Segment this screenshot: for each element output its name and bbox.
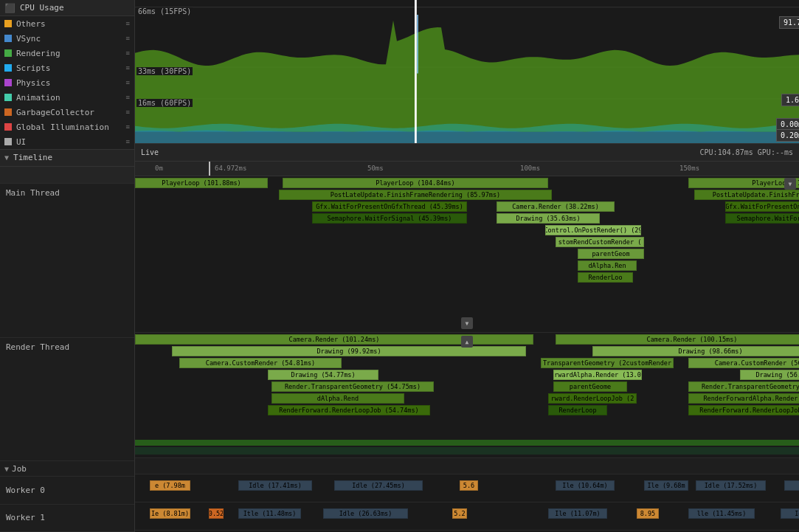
timing-block[interactable]: 8.95 xyxy=(637,508,659,519)
timing-block[interactable]: PlayerLoop (105.27ms) xyxy=(688,178,799,188)
legend-item-scripts: Scripts ≡ xyxy=(0,61,134,75)
timing-block[interactable]: Gfx.WaitForPresentOnGfxThread (44.94ms) xyxy=(725,201,799,212)
timing-block[interactable]: rward.RenderLoopJob (2 xyxy=(548,393,637,404)
legend-label-text: GarbageCollector xyxy=(16,108,94,117)
legend-menu-icon[interactable]: ≡ xyxy=(126,94,130,101)
timing-block[interactable]: Camera.Render (100.15ms) xyxy=(556,334,799,345)
timeline-label: Timeline xyxy=(13,153,52,162)
cursor-line xyxy=(415,0,417,143)
legend-color-garbagecollector xyxy=(4,108,12,116)
timing-block[interactable]: parentGeome xyxy=(553,381,627,392)
render-scroll-up[interactable]: ▲ xyxy=(461,336,473,348)
sidebar-header: ⬛ CPU Usage xyxy=(0,0,134,16)
timing-block[interactable]: 0.52 xyxy=(209,508,224,519)
cpu-chart-svg xyxy=(135,0,799,143)
section-live xyxy=(0,167,134,184)
timing-block[interactable]: Drawing (98.66ms) xyxy=(592,346,799,356)
timing-block[interactable]: parentGeom xyxy=(578,249,644,259)
timing-block[interactable]: stomRendCustomRender ( xyxy=(556,237,644,247)
timing-block[interactable]: RenderForward.RenderLoopJob (54.74ms) xyxy=(268,405,430,415)
timing-block[interactable]: PostLateUpdate.FinishFrameRendering (86.… xyxy=(694,190,799,200)
timing-block[interactable]: Idle (17.41ms) xyxy=(238,480,312,491)
legend-menu-icon[interactable]: ≡ xyxy=(126,64,130,72)
timing-block[interactable]: PostLateUpdate.FinishFrameRendering (85.… xyxy=(279,190,552,200)
timing-block[interactable]: Itle (11.48ms) xyxy=(238,508,301,519)
timing-block[interactable]: Ile (10.64m) xyxy=(556,480,615,491)
timing-block[interactable]: Idle (26.67ms) xyxy=(784,480,799,491)
timing-block[interactable]: aControl.OnPostRender() (29. xyxy=(545,225,641,235)
timing-block[interactable]: Drawing (56.24ms) xyxy=(740,370,799,380)
timing-block[interactable]: Idle (27.45ms) xyxy=(334,480,423,491)
timing-block[interactable]: Camera.Render (101.24ms) xyxy=(135,334,533,345)
timing-block[interactable]: Drawing (35.63ms) xyxy=(497,213,600,224)
legend-label-text: Physics xyxy=(16,78,50,88)
timing-block[interactable]: Idle (17.52ms) xyxy=(696,480,766,491)
timing-block[interactable]: Semaphore.WaitForSignal (44.94ms) xyxy=(725,213,799,224)
job-scroll[interactable]: ▼ xyxy=(784,178,796,190)
legend-label-text: VSync xyxy=(16,34,41,44)
timing-block[interactable]: Render.TransparentGeometry (54.75ms) xyxy=(271,381,434,392)
render-thread-track: Camera.Render (101.24ms)Camera.Render (1… xyxy=(135,333,799,458)
timing-block[interactable]: Ile (9.68m xyxy=(644,480,688,491)
legend-menu-icon[interactable]: ≡ xyxy=(126,138,130,145)
timing-block[interactable]: Semaphore.WaitForSignal (45.39ms) xyxy=(312,213,467,224)
timing-block[interactable]: RenderLoop xyxy=(548,405,607,415)
worker1-track: Ie (8.81m)0.52Itle (11.48ms)Idle (26.63m… xyxy=(135,502,799,531)
timing-block[interactable]: Camera.Render (38.22ms) xyxy=(497,201,615,212)
timing-block[interactable]: Ie (8.81m) xyxy=(150,508,190,519)
timing-block[interactable]: Render.TransparentGeometry (56.22ms) xyxy=(688,381,799,392)
timing-block[interactable]: Idle (26.63ms) xyxy=(323,508,408,519)
legend-color-vsync xyxy=(4,35,12,42)
timing-block[interactable]: e (7.98m xyxy=(150,480,190,491)
live-label: Live xyxy=(141,148,159,156)
worker1-label: Worker 1 xyxy=(6,513,45,522)
timing-block[interactable]: lle (11.45ms) xyxy=(688,508,755,519)
timing-block[interactable]: Gfx.WaitForPresentOnGfxThread (45.39ms) xyxy=(312,201,467,212)
cpu-icon: ⬛ xyxy=(4,3,15,13)
legend-menu-icon[interactable]: ≡ xyxy=(126,108,130,116)
legend-menu-icon[interactable]: ≡ xyxy=(126,79,130,86)
worker0-label-row: Worker 0 xyxy=(0,477,134,504)
timeline-dropdown-icon[interactable]: ▼ xyxy=(4,153,9,162)
legend-item-physics: Physics ≡ xyxy=(0,75,134,90)
time-tick: 150ms xyxy=(679,165,699,172)
legend-color-physics xyxy=(4,79,12,86)
legend-menu-icon[interactable]: ≡ xyxy=(126,49,130,57)
render-bottom-bar xyxy=(135,447,799,455)
timing-block[interactable]: dAlpha.Rend xyxy=(271,393,404,404)
timing-block[interactable]: RenderForwardAlpha.Render (56.22ms) xyxy=(688,393,799,404)
timing-block[interactable]: TransparentGeometry (2customRender xyxy=(541,358,674,368)
timing-block[interactable]: RenderLoo xyxy=(578,272,633,283)
timing-block[interactable]: Camera.CustomRender (54.81ms) xyxy=(179,358,342,368)
job-header-row: ▼ xyxy=(135,458,799,474)
timing-block[interactable]: Drawing (54.77ms) xyxy=(268,370,378,380)
time-tick: 50ms xyxy=(367,165,384,172)
timing-block[interactable]: PlayerLoop (104.84ms) xyxy=(283,178,548,188)
timing-block[interactable]: Drawing (99.92ms) xyxy=(172,346,526,356)
tracks-area: PlayerLoop (101.88ms)PlayerLoop (104.84m… xyxy=(135,176,799,532)
time-cursor xyxy=(209,162,210,176)
cpu-chart: 66ms (15FPS)33ms (30FPS)16ms (60FPS) 0.1… xyxy=(135,0,799,144)
legend-item-animation: Animation ≡ xyxy=(0,90,134,105)
legend-color-rendering xyxy=(4,49,12,57)
timing-block[interactable]: RenderForward.RenderLoopJob (56.21ms) xyxy=(688,405,799,415)
legend-color-ui xyxy=(4,138,12,145)
timing-block[interactable]: 5.2 xyxy=(452,508,467,519)
legend-menu-icon[interactable]: ≡ xyxy=(126,20,130,27)
timing-block[interactable]: Camera.CustomRender (56.28ms) xyxy=(688,358,799,368)
timing-block[interactable]: ForwardAlpha.Render (13.07m xyxy=(553,370,642,380)
legend-label-text: Others xyxy=(16,19,46,29)
main-scroll-down[interactable]: ▼ xyxy=(461,317,473,329)
legend-color-global illumination xyxy=(4,123,12,131)
content-area: 66ms (15FPS)33ms (30FPS)16ms (60FPS) 0.1… xyxy=(135,0,799,532)
legend-menu-icon[interactable]: ≡ xyxy=(126,123,130,131)
timing-block[interactable]: PlayerLoop (101.88ms) xyxy=(135,178,268,188)
legend-item-garbagecollector: GarbageCollector ≡ xyxy=(0,105,134,120)
timing-block[interactable]: 5.6 xyxy=(460,480,478,491)
timing-block[interactable]: Idle (25.96ms) xyxy=(781,508,799,519)
timing-block[interactable]: dAlpha.Ren xyxy=(578,260,637,271)
main-thread-label: Main Thread xyxy=(6,188,60,198)
legend-menu-icon[interactable]: ≡ xyxy=(126,35,130,42)
render-green-bar xyxy=(135,440,799,446)
timing-block[interactable]: Ile (11.07m) xyxy=(548,508,607,519)
